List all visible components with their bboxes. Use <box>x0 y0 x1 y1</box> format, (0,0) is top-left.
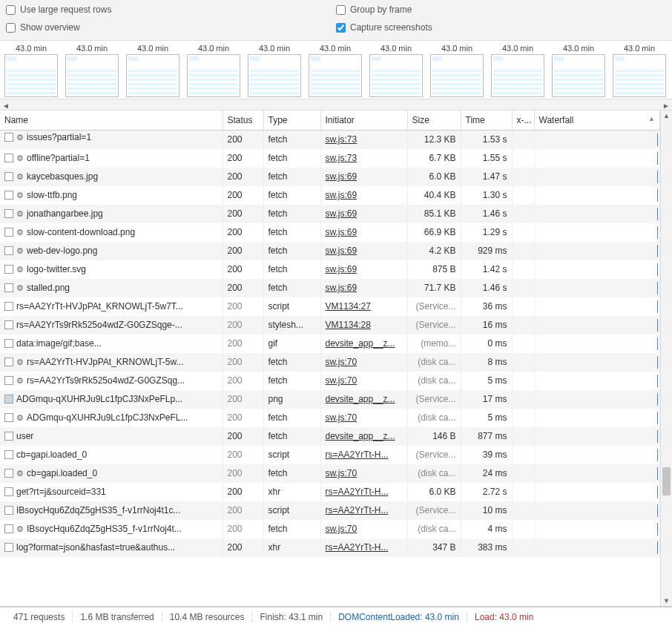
table-row[interactable]: ⚙ADGmqu-qXUHRJu9Lc1fpCJ3NxPeFL...200fetc… <box>0 409 660 427</box>
table-row[interactable]: user200fetchdevsite_app__z...146 B877 ms <box>0 427 660 446</box>
table-row[interactable]: log?format=json&hasfast=true&authus...20… <box>0 538 660 557</box>
screenshot-thumb[interactable]: 43.0 min <box>552 44 605 97</box>
initiator-link[interactable]: VM1134:27 <box>326 301 371 312</box>
initiator-link[interactable]: sw.js:69 <box>326 171 358 182</box>
screenshot-thumb[interactable]: 43.0 min <box>4 44 58 97</box>
screenshot-thumb[interactable]: 43.0 min <box>248 44 301 97</box>
initiator-link[interactable]: VM1134:28 <box>326 320 371 330</box>
table-row[interactable]: rs=AA2YrTs9rRk525o4wdZ-G0GZSqge-...200st… <box>0 316 660 335</box>
checkbox-group-by-frame[interactable] <box>336 5 346 15</box>
initiator-link[interactable]: sw.js:69 <box>326 283 358 293</box>
initiator-link[interactable]: sw.js:69 <box>326 208 358 219</box>
waterfall-cell <box>534 390 660 409</box>
screenshot-thumb[interactable]: 43.0 min <box>430 44 484 97</box>
table-row[interactable]: ADGmqu-qXUHRJu9Lc1fpCJ3NxPeFLp...200pngd… <box>0 390 660 409</box>
checkbox-show-overview[interactable] <box>6 23 16 33</box>
scroll-right-icon[interactable]: ► <box>660 99 672 111</box>
type-cell: fetch <box>263 372 320 390</box>
initiator-link[interactable]: devsite_app__z... <box>326 338 395 349</box>
table-row[interactable]: ⚙issues?partial=1200fetchsw.js:7312.3 KB… <box>0 131 660 149</box>
type-cell: script <box>263 501 320 520</box>
screenshot-thumb[interactable]: 43.0 min <box>613 44 666 97</box>
opt-group-by-frame[interactable]: Group by frame <box>336 4 666 15</box>
table-row[interactable]: ⚙rs=AA2YrTs9rRk525o4wdZ-G0GZSqg...200fet… <box>0 372 660 390</box>
table-row[interactable]: IBsoycHqu6ZdqZ5gHS35_f-v1rrNoj4t1c...200… <box>0 501 660 520</box>
type-cell: png <box>263 390 320 409</box>
initiator-link[interactable]: sw.js:70 <box>326 412 358 423</box>
col-header-size[interactable]: Size <box>407 111 461 131</box>
table-row[interactable]: ⚙web-dev-logo.png200fetchsw.js:694.2 KB9… <box>0 242 660 260</box>
opt-capture-screenshots[interactable]: Capture screenshots <box>336 22 666 33</box>
horizontal-scrollbar[interactable]: ◄ ► <box>0 99 672 111</box>
table-row[interactable]: ⚙cb=gapi.loaded_0200fetchsw.js:70(disk c… <box>0 464 660 483</box>
checkbox-large-rows[interactable] <box>6 5 16 15</box>
type-cell: xhr <box>263 538 320 557</box>
table-row[interactable]: ⚙rs=AA2YrTt-HVJpPAt_KRNOWLjT-5w...200fet… <box>0 353 660 372</box>
time-cell: 1.46 s <box>461 205 512 223</box>
col-header-initiator[interactable]: Initiator <box>320 111 407 131</box>
initiator-link[interactable]: sw.js:70 <box>326 357 358 367</box>
col-header-status[interactable]: Status <box>223 111 263 131</box>
table-row[interactable]: rs=AA2YrTt-HVJpPAt_KRNOWLjT-5w7T...200sc… <box>0 297 660 316</box>
type-cell: fetch <box>263 260 320 279</box>
request-name: stalled.png <box>27 283 70 293</box>
initiator-link[interactable]: sw.js:69 <box>326 190 358 200</box>
table-row[interactable]: ⚙logo-twitter.svg200fetchsw.js:69875 B1.… <box>0 260 660 279</box>
time-cell: 1.42 s <box>461 260 512 279</box>
gear-icon: ⚙ <box>16 133 24 142</box>
scroll-up-icon[interactable]: ▲ <box>661 111 672 121</box>
initiator-link[interactable]: sw.js:69 <box>326 227 358 237</box>
col-header-name[interactable]: Name <box>0 111 223 131</box>
initiator-link[interactable]: sw.js:70 <box>326 468 358 478</box>
opt-show-overview[interactable]: Show overview <box>6 22 336 33</box>
initiator-link[interactable]: sw.js:70 <box>326 524 358 534</box>
screenshot-thumb[interactable]: 43.0 min <box>369 44 423 97</box>
initiator-link[interactable]: devsite_app__z... <box>326 431 395 441</box>
table-row[interactable]: data:image/gif;base...200gifdevsite_app_… <box>0 335 660 353</box>
initiator-link[interactable]: rs=AA2YrTt-H... <box>326 487 389 497</box>
status-cell: 200 <box>223 297 263 316</box>
table-row[interactable]: ⚙slow-ttfb.png200fetchsw.js:6940.4 KB1.3… <box>0 186 660 205</box>
table-row[interactable]: get?rt=j&sourceid=331200xhrrs=AA2YrTt-H.… <box>0 483 660 501</box>
screenshot-thumb[interactable]: 43.0 min <box>309 44 362 97</box>
initiator-link[interactable]: sw.js:73 <box>326 134 358 145</box>
table-row[interactable]: ⚙slow-content-download.png200fetchsw.js:… <box>0 223 660 242</box>
request-name: rs=AA2YrTt-HVJpPAt_KRNOWLjT-5w7T... <box>16 301 183 312</box>
initiator-link[interactable]: sw.js:69 <box>326 246 358 256</box>
col-header-type[interactable]: Type <box>263 111 320 131</box>
initiator-link[interactable]: sw.js:69 <box>326 264 358 274</box>
table-row[interactable]: cb=gapi.loaded_0200scriptrs=AA2YrTt-H...… <box>0 446 660 464</box>
initiator-link[interactable]: sw.js:70 <box>326 375 358 386</box>
waterfall-cell <box>534 279 660 297</box>
initiator-link[interactable]: devsite_app__z... <box>326 394 395 404</box>
scroll-left-icon[interactable]: ◄ <box>0 99 12 111</box>
col-header-x[interactable]: x-... <box>512 111 534 131</box>
opt-large-rows[interactable]: Use large request rows <box>6 4 336 15</box>
screenshot-thumb[interactable]: 43.0 min <box>65 44 119 97</box>
initiator-link[interactable]: sw.js:73 <box>326 153 358 163</box>
initiator-link[interactable]: rs=AA2YrTt-H... <box>326 449 389 460</box>
waterfall-cell <box>534 316 660 335</box>
screenshot-thumb[interactable]: 43.0 min <box>126 44 179 97</box>
table-row[interactable]: ⚙offline?partial=1200fetchsw.js:736.7 KB… <box>0 149 660 168</box>
file-icon <box>4 302 13 311</box>
waterfall-cell <box>534 353 660 372</box>
table-row[interactable]: ⚙kaycebasques.jpg200fetchsw.js:696.0 KB1… <box>0 168 660 186</box>
scrollbar-thumb[interactable] <box>662 467 671 495</box>
thumb-time-label: 43.0 min <box>76 44 108 53</box>
screenshot-filmstrip[interactable]: 43.0 min43.0 min43.0 min43.0 min43.0 min… <box>0 41 672 99</box>
initiator-link[interactable]: rs=AA2YrTt-H... <box>326 542 389 553</box>
screenshot-thumb[interactable]: 43.0 min <box>491 44 544 97</box>
table-row[interactable]: ⚙IBsoycHqu6ZdqZ5gHS35_f-v1rrNoj4t...200f… <box>0 520 660 538</box>
col-header-time[interactable]: Time <box>461 111 512 131</box>
size-cell: (Service... <box>407 446 461 464</box>
table-row[interactable]: ⚙stalled.png200fetchsw.js:6971.7 KB1.46 … <box>0 279 660 297</box>
col-header-waterfall[interactable]: Waterfall <box>534 111 660 131</box>
checkbox-capture-screenshots[interactable] <box>336 23 346 33</box>
table-row[interactable]: ⚙jonathangarbee.jpg200fetchsw.js:6985.1 … <box>0 205 660 223</box>
screenshot-thumb[interactable]: 43.0 min <box>187 44 240 97</box>
vertical-scrollbar[interactable]: ▲ ▼ <box>660 111 672 606</box>
file-icon <box>4 413 13 422</box>
initiator-link[interactable]: rs=AA2YrTt-H... <box>326 505 389 515</box>
scroll-down-icon[interactable]: ▼ <box>661 596 672 606</box>
